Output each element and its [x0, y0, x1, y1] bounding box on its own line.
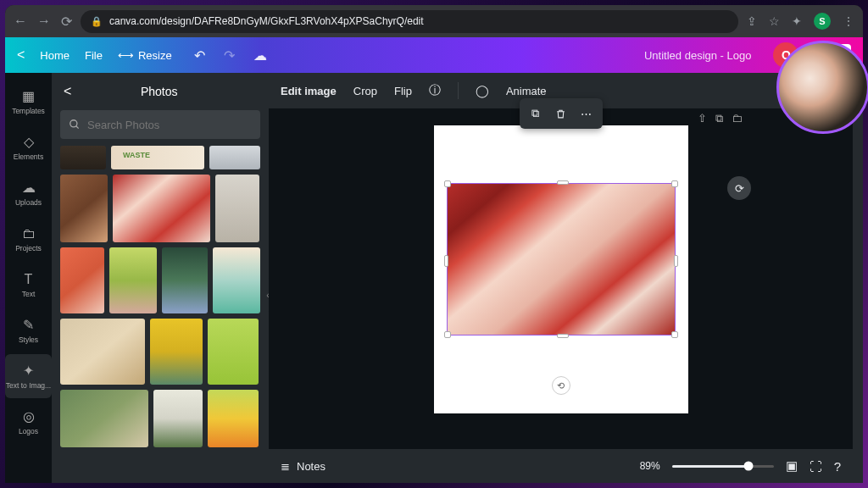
photo-thumb[interactable] — [113, 175, 210, 242]
photo-thumb[interactable] — [109, 247, 157, 313]
browser-back[interactable]: ← — [14, 14, 27, 30]
photo-thumb[interactable] — [215, 175, 259, 242]
fullscreen-icon[interactable]: ⛶ — [810, 459, 822, 474]
bottom-bar: ≣ Notes 89% ▣ ⛶ ? — [269, 449, 853, 483]
text-to-image-icon: ✦ — [23, 363, 34, 379]
photo-thumb[interactable]: WASTE — [111, 146, 204, 169]
redo-icon[interactable]: ↷ — [224, 47, 235, 64]
rail-text-to-image[interactable]: ✦Text to Imag... — [5, 354, 52, 398]
photo-thumb[interactable] — [150, 319, 203, 385]
panel-title: Photos — [85, 85, 233, 98]
photo-thumb[interactable] — [209, 146, 260, 169]
refresh-button[interactable]: ⟳ — [727, 176, 751, 200]
animate-button[interactable]: Animate — [506, 85, 547, 97]
elements-icon: ◇ — [24, 134, 34, 150]
duplicate-button[interactable]: ⧉ — [524, 103, 548, 125]
browser-menu-icon[interactable]: ⋮ — [843, 14, 854, 28]
styles-icon: ✎ — [23, 317, 34, 333]
zoom-slider[interactable] — [672, 465, 774, 468]
uploads-icon: ☁ — [22, 180, 36, 196]
side-panel: < Photos WASTE — [52, 73, 269, 483]
info-icon[interactable]: ⓘ — [429, 83, 441, 98]
resize-handle-r[interactable] — [674, 255, 678, 267]
grid-view-icon[interactable]: ▣ — [786, 458, 798, 474]
browser-forward[interactable]: → — [37, 14, 51, 30]
rail-text[interactable]: TText — [5, 263, 52, 307]
resize-handle-tr[interactable] — [671, 180, 678, 187]
design-canvas[interactable]: ⧉ ⋯ — [434, 125, 688, 413]
cloud-sync-icon[interactable]: ☁ — [253, 47, 267, 64]
page-duplicate-icon[interactable]: ⧉ — [715, 112, 723, 125]
photo-thumb[interactable] — [60, 319, 145, 385]
search-box[interactable] — [60, 110, 260, 139]
right-column: 🔒 — [853, 73, 863, 483]
extension-icon[interactable]: ✦ — [792, 14, 802, 28]
resize-icon: ⟷ — [118, 49, 134, 62]
svg-line-1 — [76, 126, 79, 129]
delete-button[interactable] — [549, 103, 573, 125]
search-icon — [69, 119, 81, 130]
lock-icon: 🔒 — [91, 16, 103, 27]
zoom-level[interactable]: 89% — [640, 460, 660, 472]
presenter-webcam — [776, 41, 868, 134]
selection-toolbar: ⧉ ⋯ — [520, 98, 603, 129]
photo-thumb[interactable] — [162, 247, 208, 313]
text-icon: T — [25, 272, 33, 287]
page-delete-icon[interactable]: 🗀 — [732, 112, 743, 125]
resize-handle-l[interactable] — [444, 255, 448, 267]
resize-handle-br[interactable] — [671, 331, 678, 338]
photo-thumb[interactable] — [60, 390, 148, 447]
page-actions: ⇧ ⧉ 🗀 — [698, 112, 743, 125]
left-rail: ▦Templates ◇Elements ☁Uploads 🗀Projects … — [5, 73, 52, 483]
undo-icon[interactable]: ↶ — [194, 47, 205, 64]
rail-projects[interactable]: 🗀Projects — [5, 217, 52, 261]
more-options-button[interactable]: ⋯ — [575, 103, 598, 125]
help-icon[interactable]: ? — [834, 459, 841, 474]
photo-thumb[interactable] — [213, 247, 260, 313]
browser-reload[interactable]: ⟳ — [61, 14, 72, 30]
rail-styles[interactable]: ✎Styles — [5, 308, 52, 352]
home-link[interactable]: Home — [40, 49, 70, 62]
photo-thumb[interactable] — [60, 175, 108, 242]
resize-handle-bl[interactable] — [444, 331, 451, 338]
zoom-slider-thumb[interactable] — [743, 462, 753, 471]
rotate-handle[interactable]: ⟲ — [552, 376, 570, 395]
rail-elements[interactable]: ◇Elements — [5, 125, 52, 169]
notes-button[interactable]: ≣ Notes — [281, 460, 326, 473]
photo-thumb[interactable] — [208, 319, 259, 385]
app-header: < Home File ⟷ Resize ↶ ↷ ☁ Untitled desi… — [5, 37, 863, 73]
resize-handle-b[interactable] — [557, 334, 569, 338]
resize-menu[interactable]: ⟷ Resize — [118, 49, 172, 62]
photo-thumb[interactable] — [60, 146, 106, 169]
projects-icon: 🗀 — [22, 226, 36, 241]
svg-point-0 — [70, 120, 77, 127]
share-url-icon[interactable]: ⇪ — [747, 14, 757, 28]
panel-back-icon[interactable]: < — [64, 84, 71, 99]
crop-button[interactable]: Crop — [353, 85, 377, 97]
flip-button[interactable]: Flip — [394, 85, 412, 97]
photo-thumb[interactable] — [153, 390, 203, 447]
canvas-area: Edit image Crop Flip ⓘ ◯ Animate ‹ ⇧ ⧉ 🗀 — [269, 73, 853, 483]
bookmark-icon[interactable]: ☆ — [769, 14, 780, 28]
document-title[interactable]: Untitled design - Logo — [644, 49, 751, 62]
edit-image-button[interactable]: Edit image — [281, 85, 337, 97]
rail-uploads[interactable]: ☁Uploads — [5, 171, 52, 215]
rail-logos[interactable]: ◎Logos — [5, 400, 52, 444]
canvas-viewport[interactable]: ⇧ ⧉ 🗀 ⟳ ⧉ ⋯ — [269, 108, 853, 449]
page-up-icon[interactable]: ⇧ — [698, 112, 707, 125]
file-menu[interactable]: File — [85, 49, 103, 62]
header-back-icon[interactable]: < — [17, 47, 25, 63]
search-input[interactable] — [87, 119, 252, 131]
templates-icon: ▦ — [22, 88, 35, 104]
resize-handle-tl[interactable] — [444, 180, 451, 187]
photo-thumb[interactable] — [208, 390, 259, 447]
logos-icon: ◎ — [23, 408, 35, 424]
rail-templates[interactable]: ▦Templates — [5, 80, 52, 124]
selected-image[interactable] — [447, 183, 676, 336]
photo-thumb[interactable] — [60, 247, 104, 313]
resize-handle-t[interactable] — [557, 180, 569, 185]
notes-icon: ≣ — [281, 460, 290, 473]
url-bar[interactable]: 🔒 canva.com/design/DAFRe8DnGyM/GkxFL3RVo… — [81, 10, 738, 33]
animate-icon: ◯ — [476, 84, 489, 97]
profile-badge[interactable]: S — [814, 13, 831, 30]
